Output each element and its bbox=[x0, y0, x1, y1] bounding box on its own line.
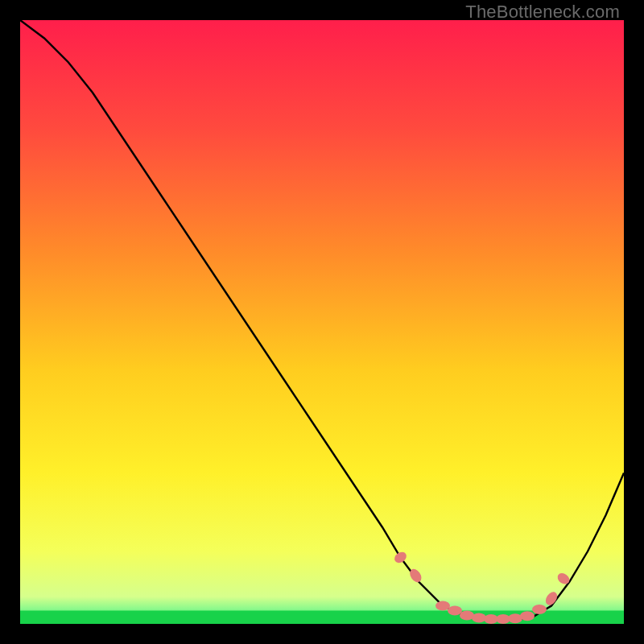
gradient-background bbox=[20, 20, 624, 624]
bottleneck-chart bbox=[20, 20, 624, 624]
optimum-dot bbox=[436, 601, 450, 611]
optimum-dot bbox=[520, 611, 535, 621]
plot-frame bbox=[20, 20, 624, 624]
optimum-dot bbox=[532, 605, 547, 614]
optimum-dot bbox=[448, 606, 462, 616]
